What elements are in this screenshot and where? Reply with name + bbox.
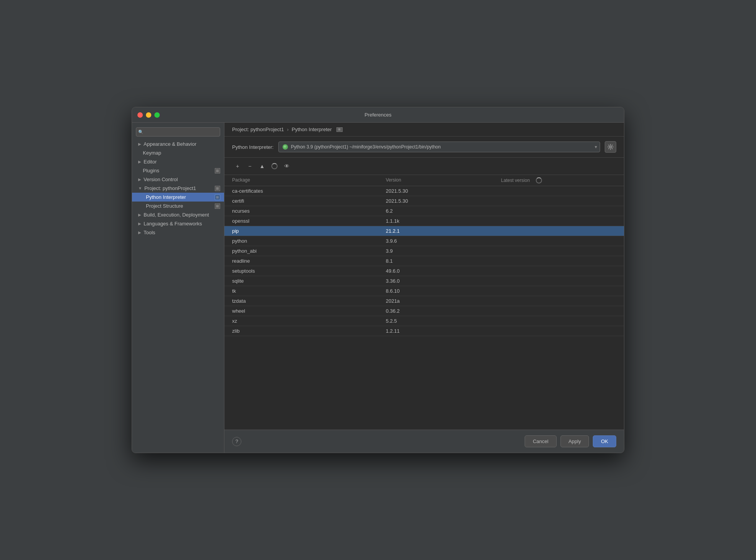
package-name: setuptools: [232, 268, 386, 274]
reload-button[interactable]: [269, 161, 280, 172]
package-latest: [501, 268, 616, 274]
table-row[interactable]: python3.9.6: [224, 236, 624, 246]
sidebar-item-label: Project: pythonProject1: [144, 185, 196, 191]
package-version: 2021a: [386, 298, 501, 304]
package-latest: [501, 328, 616, 334]
window-controls: [137, 112, 160, 118]
package-version: 3.9.6: [386, 238, 501, 244]
svg-point-0: [610, 146, 612, 148]
bottom-left: ?: [232, 437, 241, 446]
interpreter-select[interactable]: Python 3.9 (pythonProject1) ~/miniforge3…: [278, 142, 600, 152]
sidebar-item-build-execution[interactable]: ▶ Build, Execution, Deployment: [132, 210, 224, 219]
remove-package-button[interactable]: −: [244, 161, 255, 172]
package-name: tk: [232, 288, 386, 294]
add-package-button[interactable]: +: [232, 161, 243, 172]
breadcrumb-project: Project: pythonProject1: [232, 127, 284, 132]
table-row[interactable]: pip21.2.1: [224, 226, 624, 236]
package-version: 5.2.5: [386, 318, 501, 324]
package-latest: [501, 298, 616, 304]
sidebar-item-label: Plugins: [143, 168, 159, 173]
package-latest: [501, 228, 616, 234]
sidebar-item-plugins[interactable]: Plugins ⊞: [132, 166, 224, 175]
package-name: python_abi: [232, 248, 386, 254]
package-version: 1.1.1k: [386, 218, 501, 224]
package-name: openssl: [232, 218, 386, 224]
package-version: 8.6.10: [386, 288, 501, 294]
search-icon: 🔍: [138, 130, 144, 135]
breadcrumb: Project: pythonProject1 › Python Interpr…: [224, 123, 624, 137]
title-bar: Preferences: [132, 107, 624, 123]
table-row[interactable]: xz5.2.5: [224, 316, 624, 326]
sidebar-item-project[interactable]: ▼ Project: pythonProject1 ⊞: [132, 184, 224, 193]
package-latest: [501, 218, 616, 224]
main-content-area: Project: pythonProject1 › Python Interpr…: [224, 123, 624, 430]
chevron-icon: ▶: [138, 142, 141, 146]
interpreter-status-icon: [283, 144, 288, 150]
sidebar-item-appearance-behavior[interactable]: ▶ Appearance & Behavior: [132, 140, 224, 148]
package-latest: [501, 308, 616, 314]
sidebar-item-project-structure[interactable]: Project Structure ⊞: [132, 202, 224, 210]
minus-icon: −: [248, 163, 251, 169]
cancel-button[interactable]: Cancel: [525, 435, 556, 447]
upgrade-package-button[interactable]: ▲: [257, 161, 268, 172]
sidebar-item-label: Editor: [144, 159, 157, 165]
breadcrumb-separator: ›: [287, 127, 288, 132]
eye-icon: 👁: [284, 163, 289, 169]
sidebar-item-tools[interactable]: ▶ Tools: [132, 228, 224, 237]
plus-icon: +: [236, 163, 239, 169]
table-row[interactable]: openssl1.1.1k: [224, 216, 624, 226]
show-all-button[interactable]: 👁: [281, 161, 292, 172]
chevron-icon: ▶: [138, 222, 141, 226]
package-name: xz: [232, 318, 386, 324]
sidebar-item-label: Tools: [144, 230, 155, 235]
sidebar-item-label: Project Structure: [146, 203, 183, 209]
package-version: 21.2.1: [386, 228, 501, 234]
package-name: pip: [232, 228, 386, 234]
package-latest: [501, 318, 616, 324]
package-version: 49.6.0: [386, 268, 501, 274]
apply-button[interactable]: Apply: [560, 435, 589, 447]
chevron-down-icon: ▾: [595, 144, 597, 150]
sidebar-item-version-control[interactable]: ▶ Version Control: [132, 175, 224, 184]
package-version: 2021.5.30: [386, 198, 501, 204]
interpreter-label: Python Interpreter:: [232, 144, 274, 150]
package-version: 2021.5.30: [386, 188, 501, 194]
search-input[interactable]: [136, 127, 220, 137]
package-version: 0.36.2: [386, 308, 501, 314]
package-latest: [501, 188, 616, 194]
package-name: tzdata: [232, 298, 386, 304]
sidebar-item-python-interpreter[interactable]: Python Interpreter ⊞: [132, 193, 224, 202]
table-row[interactable]: readline8.1: [224, 256, 624, 266]
package-latest: [501, 208, 616, 214]
table-row[interactable]: wheel0.36.2: [224, 306, 624, 316]
table-row[interactable]: zlib1.2.11: [224, 326, 624, 336]
chevron-icon: ▼: [138, 186, 142, 190]
breadcrumb-icon: ⊞: [336, 127, 343, 132]
sidebar-item-label: Languages & Frameworks: [144, 221, 202, 227]
breadcrumb-page: Python Interpreter: [292, 127, 332, 132]
package-name: readline: [232, 258, 386, 264]
table-row[interactable]: tk8.6.10: [224, 286, 624, 296]
table-row[interactable]: certifi2021.5.30: [224, 196, 624, 206]
table-row[interactable]: sqlite3.36.0: [224, 276, 624, 286]
sidebar-item-keymap[interactable]: Keymap: [132, 148, 224, 157]
table-row[interactable]: python_abi3.9: [224, 246, 624, 256]
sidebar-item-languages-frameworks[interactable]: ▶ Languages & Frameworks: [132, 219, 224, 228]
help-button[interactable]: ?: [232, 437, 241, 446]
ok-button[interactable]: OK: [593, 435, 616, 447]
sidebar-item-editor[interactable]: ▶ Editor: [132, 157, 224, 166]
package-version: 1.2.11: [386, 328, 501, 334]
interpreter-value: Python 3.9 (pythonProject1) ~/miniforge3…: [291, 144, 441, 150]
table-row[interactable]: ca-certificates2021.5.30: [224, 186, 624, 196]
package-latest: [501, 198, 616, 204]
packages-table: Package Version Latest version ca-certif…: [224, 175, 624, 430]
maximize-button[interactable]: [154, 112, 160, 118]
close-button[interactable]: [137, 112, 143, 118]
minimize-button[interactable]: [146, 112, 151, 118]
project-icon: ⊞: [215, 186, 220, 191]
gear-button[interactable]: [605, 141, 616, 153]
content-area: 🔍 ▶ Appearance & Behavior Keymap ▶ Edito…: [132, 123, 624, 453]
table-row[interactable]: ncurses6.2: [224, 206, 624, 216]
table-row[interactable]: tzdata2021a: [224, 296, 624, 306]
table-row[interactable]: setuptools49.6.0: [224, 266, 624, 276]
